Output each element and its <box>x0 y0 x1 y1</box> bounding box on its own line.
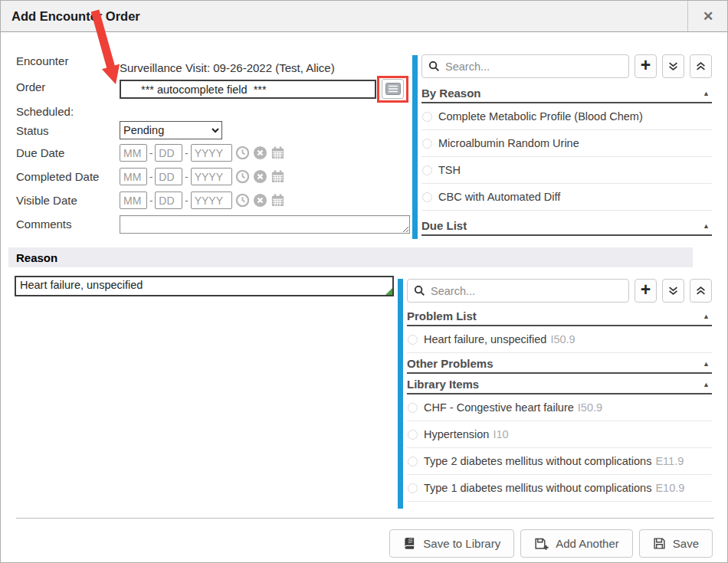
completed-date-now-button[interactable] <box>235 169 250 184</box>
reason-expand-all-button[interactable] <box>662 279 684 303</box>
calendar-icon <box>271 146 285 160</box>
status-label: Status <box>16 124 49 137</box>
footer-divider <box>16 518 714 519</box>
reason-textarea[interactable]: Heart failure, unspecified <box>16 277 392 295</box>
save-to-library-button[interactable]: Save to Library <box>389 529 514 558</box>
order-expand-all-button[interactable] <box>662 54 684 78</box>
order-autocomplete-input[interactable] <box>120 80 376 99</box>
completed-date-clear-button[interactable] <box>253 169 267 184</box>
section-header-library-items[interactable]: Library Items ▲ <box>407 375 712 394</box>
due-date-day-input[interactable] <box>155 144 182 162</box>
section-header-by-reason[interactable]: By Reason ▲ <box>421 84 712 103</box>
due-date-now-button[interactable] <box>235 146 250 160</box>
reason-add-button[interactable]: + <box>635 279 657 303</box>
order-item[interactable]: Complete Metabolic Profile (Blood Chem) <box>421 103 712 130</box>
reason-collapse-all-button[interactable] <box>690 279 712 303</box>
visible-date-day-input[interactable] <box>155 191 182 209</box>
book-icon <box>403 537 416 550</box>
diagnosis-code: I50.9 <box>578 401 602 414</box>
visible-date-year-input[interactable] <box>191 191 232 209</box>
double-chevron-down-icon <box>668 61 678 71</box>
plus-icon: + <box>641 281 651 299</box>
save-icon <box>653 537 666 550</box>
due-date-label: Due Date <box>16 146 64 159</box>
diagnosis-code: I50.9 <box>550 333 575 345</box>
problem-item[interactable]: Heart failure, unspecified I50.9 <box>407 326 712 353</box>
double-chevron-down-icon <box>668 286 678 296</box>
library-item[interactable]: Type 1 diabetes mellitus without complic… <box>407 475 712 502</box>
order-collapse-all-button[interactable] <box>690 54 712 78</box>
visible-date-now-button[interactable] <box>235 193 250 208</box>
diagnosis-code: E10.9 <box>655 482 684 494</box>
section-header-problem-list[interactable]: Problem List ▲ <box>407 307 712 326</box>
add-another-button[interactable]: Add Another <box>520 529 633 558</box>
due-date-clear-button[interactable] <box>253 146 267 160</box>
library-item[interactable]: Type 2 diabetes mellitus without complic… <box>407 448 712 475</box>
order-panel-accent-bar <box>412 55 418 239</box>
date-separator: - <box>185 147 188 159</box>
due-date-calendar-button[interactable] <box>271 146 285 160</box>
date-separator: - <box>185 195 188 206</box>
order-item[interactable]: TSH <box>421 157 712 184</box>
clock-icon <box>235 169 250 184</box>
reason-section-header: Reason <box>8 247 693 267</box>
completed-date-day-input[interactable] <box>155 168 182 185</box>
order-search-row: + <box>421 54 712 78</box>
collapse-arrow-icon: ▲ <box>703 381 712 388</box>
visible-date-calendar-button[interactable] <box>271 193 285 208</box>
date-separator: - <box>149 195 152 206</box>
double-chevron-up-icon <box>696 61 706 71</box>
plus-icon: + <box>641 57 651 74</box>
encounter-label: Encounter <box>16 54 68 67</box>
due-date-year-input[interactable] <box>191 144 232 162</box>
list-icon <box>385 83 401 95</box>
order-list-button[interactable] <box>382 79 404 99</box>
order-add-button[interactable]: + <box>635 54 657 78</box>
radio-icon <box>408 430 418 440</box>
due-date-row: - - <box>120 144 285 162</box>
comments-label: Comments <box>16 218 72 231</box>
close-button[interactable]: ✕ <box>688 1 728 31</box>
visible-date-clear-button[interactable] <box>253 193 267 208</box>
visible-date-row: - - <box>120 191 285 209</box>
clear-circle-icon <box>253 146 267 160</box>
order-item[interactable]: CBC with Automated Diff <box>421 184 712 211</box>
collapse-arrow-icon: ▲ <box>703 222 712 230</box>
completed-date-calendar-button[interactable] <box>271 169 285 184</box>
reason-search-input[interactable] <box>431 285 622 297</box>
radio-icon <box>408 335 418 345</box>
clear-circle-icon <box>253 193 267 208</box>
order-search-panel: + By Reason ▲ Complete Metabolic Profile… <box>421 54 712 236</box>
completed-date-row: - - <box>120 168 285 185</box>
due-date-month-input[interactable] <box>120 144 147 162</box>
radio-icon <box>422 139 432 149</box>
section-header-other-problems[interactable]: Other Problems ▲ <box>407 355 712 374</box>
reason-search-box <box>407 279 629 303</box>
date-separator: - <box>149 171 152 182</box>
radio-icon <box>422 112 432 122</box>
library-item[interactable]: CHF - Congestive heart failure I50.9 <box>407 394 712 421</box>
comments-textarea[interactable] <box>120 215 410 234</box>
visible-date-month-input[interactable] <box>120 191 147 209</box>
completed-date-label: Completed Date <box>16 170 99 183</box>
search-icon <box>414 285 425 296</box>
status-select[interactable]: Pending <box>120 121 222 139</box>
resize-grip-icon[interactable] <box>385 288 392 295</box>
radio-icon <box>408 457 418 466</box>
save-button[interactable]: Save <box>639 529 713 558</box>
section-header-due-list[interactable]: Due List ▲ <box>421 217 712 236</box>
order-item[interactable]: Microalbumin Random Urine <box>421 130 712 157</box>
reason-field-wrapper: Heart failure, unspecified <box>15 276 394 296</box>
footer-buttons: Save to Library Add Another Save <box>389 529 713 558</box>
completed-date-year-input[interactable] <box>191 168 232 185</box>
double-chevron-up-icon <box>696 286 706 296</box>
order-search-input[interactable] <box>445 61 622 73</box>
date-separator: - <box>149 147 152 159</box>
add-encounter-order-dialog: Add Encounter Order ✕ Encounter Surveill… <box>0 0 728 563</box>
radio-icon <box>408 403 418 413</box>
collapse-arrow-icon: ▲ <box>703 313 712 320</box>
dialog-header: Add Encounter Order ✕ <box>1 1 727 32</box>
completed-date-month-input[interactable] <box>120 168 147 185</box>
library-item[interactable]: Hypertension I10 <box>407 421 712 448</box>
search-icon <box>428 61 440 72</box>
